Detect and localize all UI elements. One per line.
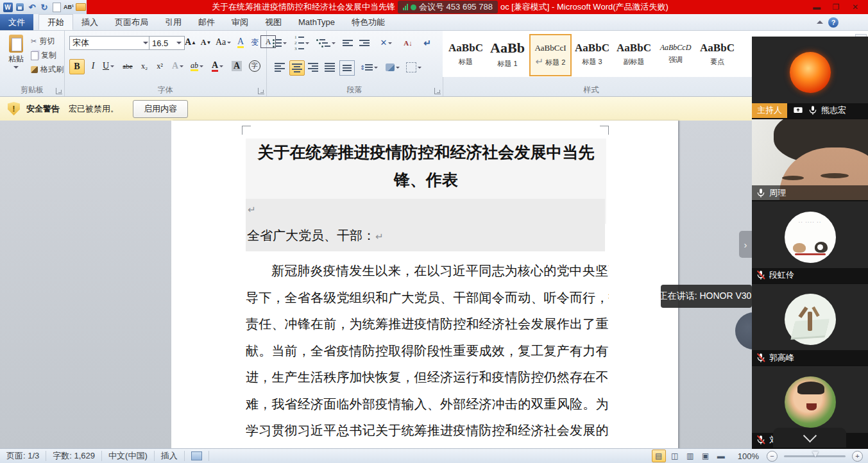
font-name-combo[interactable]: 宋体 [69, 36, 151, 50]
char-shading-button[interactable]: A [230, 59, 244, 73]
collapse-ribbon-icon[interactable] [817, 21, 823, 24]
asian-layout-button[interactable]: ✕ [379, 36, 393, 50]
multilevel-list-button[interactable] [316, 36, 336, 50]
font-color-button[interactable]: A [210, 59, 225, 73]
view-outline-button[interactable]: ▣ [699, 450, 712, 462]
numbering-button[interactable]: 123 [294, 36, 309, 50]
participant-tile[interactable]: 刘兰 [752, 366, 868, 449]
grow-font-button[interactable]: A▲ [183, 35, 198, 49]
font-dialog-launcher[interactable] [258, 88, 264, 94]
shading-button[interactable] [386, 60, 400, 74]
paste-dropdown-icon[interactable] [13, 66, 19, 69]
shrink-font-button[interactable]: A▼ [199, 35, 213, 49]
align-right-button[interactable] [306, 60, 320, 74]
tab-mathtype[interactable]: MathType [290, 14, 343, 30]
clipboard-dialog-launcher[interactable] [56, 88, 62, 94]
line-spacing-button[interactable]: ⇕ [360, 60, 378, 74]
return-mark: ↵ [248, 204, 256, 215]
view-print-layout-button[interactable]: ▤ [652, 450, 666, 462]
distribute-button[interactable] [339, 60, 355, 76]
macro-record-button[interactable] [185, 451, 209, 461]
sort-button[interactable]: A↓ [401, 36, 415, 50]
folder-icon[interactable] [76, 2, 86, 12]
style-heading3[interactable]: AaBbC 标题 3 [572, 34, 612, 74]
underline-button[interactable]: U [101, 59, 115, 73]
undo-icon[interactable]: ↶ [27, 2, 37, 12]
paste-button[interactable]: 粘贴 [4, 35, 28, 82]
ab1-icon[interactable]: AB¹ [64, 2, 74, 12]
participant-tile[interactable]: 主持人 熊志宏 [752, 37, 868, 119]
security-warning-title: 安全警告 [26, 103, 60, 115]
subscript-button[interactable]: x₂ [137, 59, 151, 73]
tab-mailings[interactable]: 邮件 [190, 14, 223, 30]
status-insert-mode[interactable]: 插入 [155, 451, 185, 461]
text-effects-button[interactable]: A [171, 59, 185, 73]
style-subtitle[interactable]: AaBbC 副标题 [614, 34, 654, 74]
format-painter-button[interactable]: 格式刷 [31, 64, 64, 75]
enclose-char-button[interactable]: 字 [248, 59, 262, 73]
meeting-id-badge[interactable]: 会议号 453 695 788 [398, 1, 498, 13]
help-icon[interactable]: ? [828, 17, 838, 28]
align-center-button[interactable] [289, 60, 305, 76]
change-case-button[interactable]: Aa [216, 35, 231, 49]
tab-home[interactable]: 开始 [38, 14, 73, 30]
borders-button[interactable] [406, 60, 421, 74]
bullets-button[interactable] [273, 36, 287, 50]
zoom-slider[interactable] [784, 455, 846, 457]
tab-review[interactable]: 审阅 [223, 14, 257, 30]
save-icon[interactable] [15, 2, 25, 12]
zoom-slider-thumb[interactable] [812, 451, 819, 457]
style-emphasis[interactable]: AaBbCcD 强调 [656, 34, 695, 74]
redo-icon[interactable]: ↻ [39, 2, 49, 12]
paragraph-dialog-launcher[interactable] [434, 88, 441, 94]
participant-name: 熊志宏 [821, 105, 846, 116]
bold-button[interactable]: B [69, 59, 85, 74]
host-badge: 主持人 [752, 103, 787, 118]
tab-file[interactable]: 文件 [0, 14, 33, 30]
view-draft-button[interactable]: ▬ [715, 450, 728, 462]
tab-view[interactable]: 视图 [257, 14, 290, 30]
style-heading1[interactable]: AaBb 标题 1 [488, 34, 527, 74]
close-button[interactable]: ✕ [850, 3, 860, 12]
strikethrough-button[interactable]: abe [121, 59, 135, 73]
view-web-layout-button[interactable]: ▥ [684, 450, 697, 462]
status-word-count[interactable]: 字数: 1,629 [46, 451, 102, 461]
increase-indent-button[interactable] [357, 36, 371, 50]
panel-expand-handle[interactable]: › [739, 231, 752, 258]
justify-button[interactable] [323, 60, 337, 74]
enable-content-button[interactable]: 启用内容 [133, 100, 188, 118]
highlight-button[interactable]: ab [190, 59, 204, 73]
participant-tile[interactable]: ·· ···· ·· 段虹伶 [752, 201, 868, 284]
style-title[interactable]: AaBbC 标题 [446, 34, 486, 74]
participant-tile[interactable]: 郭高峰 [752, 284, 868, 367]
document-page[interactable]: 关于在统筹推进疫情防控和经济社会发展中当先锋、作表 率、展作为的倡议书↵ ↵ 全… [171, 121, 678, 449]
tab-insert[interactable]: 插入 [73, 14, 106, 30]
copy-button[interactable]: 复制 [31, 50, 64, 61]
style-heading2-selected[interactable]: AaBbCcI ↵ 标题 2 [529, 34, 572, 76]
font-size-combo[interactable]: 16.5 [149, 36, 185, 50]
word-logo-icon[interactable]: W [3, 2, 13, 12]
collapse-panel-button[interactable] [773, 428, 846, 448]
status-language[interactable]: 中文(中国) [102, 451, 155, 461]
status-page[interactable]: 页面: 1/3 [0, 451, 46, 461]
clear-format-button[interactable]: A [234, 35, 248, 49]
new-document-icon[interactable] [51, 2, 62, 12]
italic-button[interactable]: I [86, 59, 100, 73]
participant-tile[interactable]: 周理 [752, 119, 868, 202]
align-left-button[interactable] [273, 60, 287, 74]
zoom-level[interactable]: 100% [738, 451, 759, 461]
tab-page-layout[interactable]: 页面布局 [106, 14, 157, 30]
zoom-in-button[interactable]: + [852, 451, 863, 462]
view-fullscreen-reading-button[interactable]: ◫ [668, 450, 681, 462]
tab-references[interactable]: 引用 [157, 14, 190, 30]
show-marks-button[interactable]: ↵ [420, 36, 434, 50]
minimize-button[interactable]: ▬ [812, 3, 822, 12]
tab-special-features[interactable]: 特色功能 [343, 14, 393, 30]
cut-button[interactable]: ✂剪切 [31, 36, 64, 47]
zoom-out-button[interactable]: − [767, 451, 778, 462]
superscript-button[interactable]: x² [153, 59, 167, 73]
phonetic-guide-button[interactable]: 变 [248, 35, 262, 49]
restore-button[interactable]: ❐ [831, 3, 841, 12]
style-keypoint[interactable]: AaBbC 要点 [697, 34, 737, 74]
decrease-indent-button[interactable] [341, 36, 355, 50]
